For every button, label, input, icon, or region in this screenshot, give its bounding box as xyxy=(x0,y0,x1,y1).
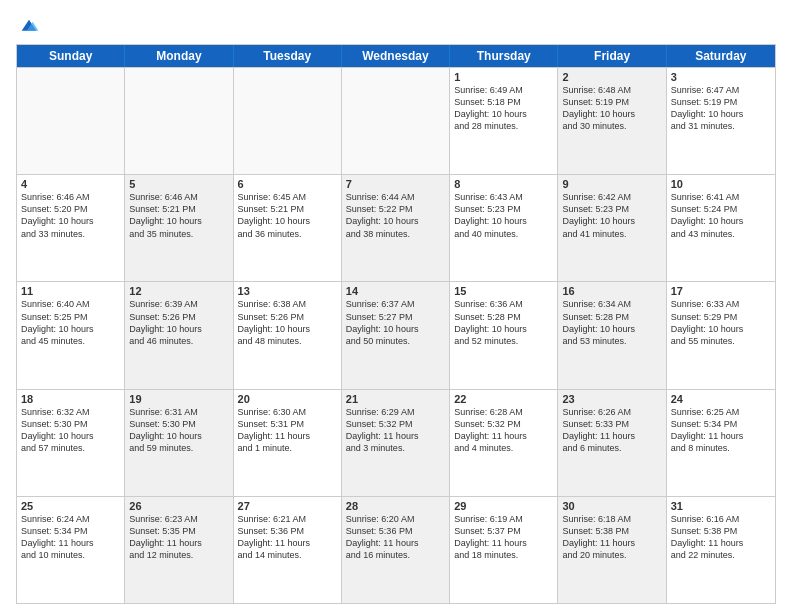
day-info: Sunrise: 6:34 AM Sunset: 5:28 PM Dayligh… xyxy=(562,298,661,347)
page: SundayMondayTuesdayWednesdayThursdayFrid… xyxy=(0,0,792,612)
day-info: Sunrise: 6:21 AM Sunset: 5:36 PM Dayligh… xyxy=(238,513,337,562)
day-number: 16 xyxy=(562,285,661,297)
day-number: 30 xyxy=(562,500,661,512)
calendar-row: 11Sunrise: 6:40 AM Sunset: 5:25 PM Dayli… xyxy=(17,281,775,388)
day-info: Sunrise: 6:38 AM Sunset: 5:26 PM Dayligh… xyxy=(238,298,337,347)
day-info: Sunrise: 6:46 AM Sunset: 5:20 PM Dayligh… xyxy=(21,191,120,240)
calendar-cell: 4Sunrise: 6:46 AM Sunset: 5:20 PM Daylig… xyxy=(17,175,125,281)
calendar-cell xyxy=(342,68,450,174)
day-number: 31 xyxy=(671,500,771,512)
calendar-cell: 17Sunrise: 6:33 AM Sunset: 5:29 PM Dayli… xyxy=(667,282,775,388)
calendar-cell: 15Sunrise: 6:36 AM Sunset: 5:28 PM Dayli… xyxy=(450,282,558,388)
day-info: Sunrise: 6:36 AM Sunset: 5:28 PM Dayligh… xyxy=(454,298,553,347)
day-number: 11 xyxy=(21,285,120,297)
day-number: 26 xyxy=(129,500,228,512)
weekday-header: Wednesday xyxy=(342,45,450,67)
day-info: Sunrise: 6:19 AM Sunset: 5:37 PM Dayligh… xyxy=(454,513,553,562)
weekday-header: Sunday xyxy=(17,45,125,67)
day-number: 4 xyxy=(21,178,120,190)
day-number: 3 xyxy=(671,71,771,83)
calendar-cell: 2Sunrise: 6:48 AM Sunset: 5:19 PM Daylig… xyxy=(558,68,666,174)
calendar-body: 1Sunrise: 6:49 AM Sunset: 5:18 PM Daylig… xyxy=(17,67,775,603)
calendar-cell: 11Sunrise: 6:40 AM Sunset: 5:25 PM Dayli… xyxy=(17,282,125,388)
day-info: Sunrise: 6:49 AM Sunset: 5:18 PM Dayligh… xyxy=(454,84,553,133)
day-number: 10 xyxy=(671,178,771,190)
day-number: 21 xyxy=(346,393,445,405)
calendar-cell: 26Sunrise: 6:23 AM Sunset: 5:35 PM Dayli… xyxy=(125,497,233,603)
weekday-header: Thursday xyxy=(450,45,558,67)
calendar-row: 1Sunrise: 6:49 AM Sunset: 5:18 PM Daylig… xyxy=(17,67,775,174)
day-number: 6 xyxy=(238,178,337,190)
calendar-cell: 12Sunrise: 6:39 AM Sunset: 5:26 PM Dayli… xyxy=(125,282,233,388)
calendar-cell xyxy=(17,68,125,174)
calendar-cell: 30Sunrise: 6:18 AM Sunset: 5:38 PM Dayli… xyxy=(558,497,666,603)
calendar-cell: 14Sunrise: 6:37 AM Sunset: 5:27 PM Dayli… xyxy=(342,282,450,388)
calendar-cell: 27Sunrise: 6:21 AM Sunset: 5:36 PM Dayli… xyxy=(234,497,342,603)
calendar-row: 4Sunrise: 6:46 AM Sunset: 5:20 PM Daylig… xyxy=(17,174,775,281)
calendar-row: 25Sunrise: 6:24 AM Sunset: 5:34 PM Dayli… xyxy=(17,496,775,603)
day-number: 25 xyxy=(21,500,120,512)
day-info: Sunrise: 6:31 AM Sunset: 5:30 PM Dayligh… xyxy=(129,406,228,455)
day-info: Sunrise: 6:39 AM Sunset: 5:26 PM Dayligh… xyxy=(129,298,228,347)
calendar-header: SundayMondayTuesdayWednesdayThursdayFrid… xyxy=(17,45,775,67)
day-info: Sunrise: 6:18 AM Sunset: 5:38 PM Dayligh… xyxy=(562,513,661,562)
day-number: 24 xyxy=(671,393,771,405)
calendar-cell: 5Sunrise: 6:46 AM Sunset: 5:21 PM Daylig… xyxy=(125,175,233,281)
calendar-cell: 13Sunrise: 6:38 AM Sunset: 5:26 PM Dayli… xyxy=(234,282,342,388)
calendar-cell xyxy=(125,68,233,174)
day-number: 27 xyxy=(238,500,337,512)
day-info: Sunrise: 6:32 AM Sunset: 5:30 PM Dayligh… xyxy=(21,406,120,455)
logo-icon xyxy=(18,16,40,38)
calendar-cell: 25Sunrise: 6:24 AM Sunset: 5:34 PM Dayli… xyxy=(17,497,125,603)
day-number: 20 xyxy=(238,393,337,405)
day-number: 1 xyxy=(454,71,553,83)
weekday-header: Monday xyxy=(125,45,233,67)
calendar-cell: 24Sunrise: 6:25 AM Sunset: 5:34 PM Dayli… xyxy=(667,390,775,496)
calendar-cell: 1Sunrise: 6:49 AM Sunset: 5:18 PM Daylig… xyxy=(450,68,558,174)
day-info: Sunrise: 6:28 AM Sunset: 5:32 PM Dayligh… xyxy=(454,406,553,455)
day-info: Sunrise: 6:29 AM Sunset: 5:32 PM Dayligh… xyxy=(346,406,445,455)
day-number: 9 xyxy=(562,178,661,190)
day-info: Sunrise: 6:43 AM Sunset: 5:23 PM Dayligh… xyxy=(454,191,553,240)
calendar-cell: 19Sunrise: 6:31 AM Sunset: 5:30 PM Dayli… xyxy=(125,390,233,496)
calendar-cell: 29Sunrise: 6:19 AM Sunset: 5:37 PM Dayli… xyxy=(450,497,558,603)
day-info: Sunrise: 6:40 AM Sunset: 5:25 PM Dayligh… xyxy=(21,298,120,347)
day-info: Sunrise: 6:33 AM Sunset: 5:29 PM Dayligh… xyxy=(671,298,771,347)
calendar-cell: 6Sunrise: 6:45 AM Sunset: 5:21 PM Daylig… xyxy=(234,175,342,281)
day-info: Sunrise: 6:42 AM Sunset: 5:23 PM Dayligh… xyxy=(562,191,661,240)
day-number: 29 xyxy=(454,500,553,512)
day-info: Sunrise: 6:46 AM Sunset: 5:21 PM Dayligh… xyxy=(129,191,228,240)
day-number: 14 xyxy=(346,285,445,297)
calendar-cell: 23Sunrise: 6:26 AM Sunset: 5:33 PM Dayli… xyxy=(558,390,666,496)
day-info: Sunrise: 6:37 AM Sunset: 5:27 PM Dayligh… xyxy=(346,298,445,347)
day-number: 13 xyxy=(238,285,337,297)
day-number: 18 xyxy=(21,393,120,405)
day-number: 12 xyxy=(129,285,228,297)
calendar-cell: 28Sunrise: 6:20 AM Sunset: 5:36 PM Dayli… xyxy=(342,497,450,603)
calendar-cell xyxy=(234,68,342,174)
calendar-cell: 8Sunrise: 6:43 AM Sunset: 5:23 PM Daylig… xyxy=(450,175,558,281)
day-number: 28 xyxy=(346,500,445,512)
calendar-row: 18Sunrise: 6:32 AM Sunset: 5:30 PM Dayli… xyxy=(17,389,775,496)
calendar-cell: 3Sunrise: 6:47 AM Sunset: 5:19 PM Daylig… xyxy=(667,68,775,174)
day-number: 7 xyxy=(346,178,445,190)
calendar-cell: 16Sunrise: 6:34 AM Sunset: 5:28 PM Dayli… xyxy=(558,282,666,388)
day-info: Sunrise: 6:25 AM Sunset: 5:34 PM Dayligh… xyxy=(671,406,771,455)
day-info: Sunrise: 6:20 AM Sunset: 5:36 PM Dayligh… xyxy=(346,513,445,562)
day-number: 2 xyxy=(562,71,661,83)
weekday-header: Tuesday xyxy=(234,45,342,67)
logo xyxy=(16,16,40,38)
day-number: 15 xyxy=(454,285,553,297)
day-info: Sunrise: 6:16 AM Sunset: 5:38 PM Dayligh… xyxy=(671,513,771,562)
day-info: Sunrise: 6:30 AM Sunset: 5:31 PM Dayligh… xyxy=(238,406,337,455)
day-number: 8 xyxy=(454,178,553,190)
calendar-cell: 21Sunrise: 6:29 AM Sunset: 5:32 PM Dayli… xyxy=(342,390,450,496)
calendar-cell: 31Sunrise: 6:16 AM Sunset: 5:38 PM Dayli… xyxy=(667,497,775,603)
calendar-cell: 18Sunrise: 6:32 AM Sunset: 5:30 PM Dayli… xyxy=(17,390,125,496)
calendar-cell: 22Sunrise: 6:28 AM Sunset: 5:32 PM Dayli… xyxy=(450,390,558,496)
calendar-cell: 20Sunrise: 6:30 AM Sunset: 5:31 PM Dayli… xyxy=(234,390,342,496)
day-number: 5 xyxy=(129,178,228,190)
day-info: Sunrise: 6:26 AM Sunset: 5:33 PM Dayligh… xyxy=(562,406,661,455)
day-info: Sunrise: 6:24 AM Sunset: 5:34 PM Dayligh… xyxy=(21,513,120,562)
day-info: Sunrise: 6:44 AM Sunset: 5:22 PM Dayligh… xyxy=(346,191,445,240)
